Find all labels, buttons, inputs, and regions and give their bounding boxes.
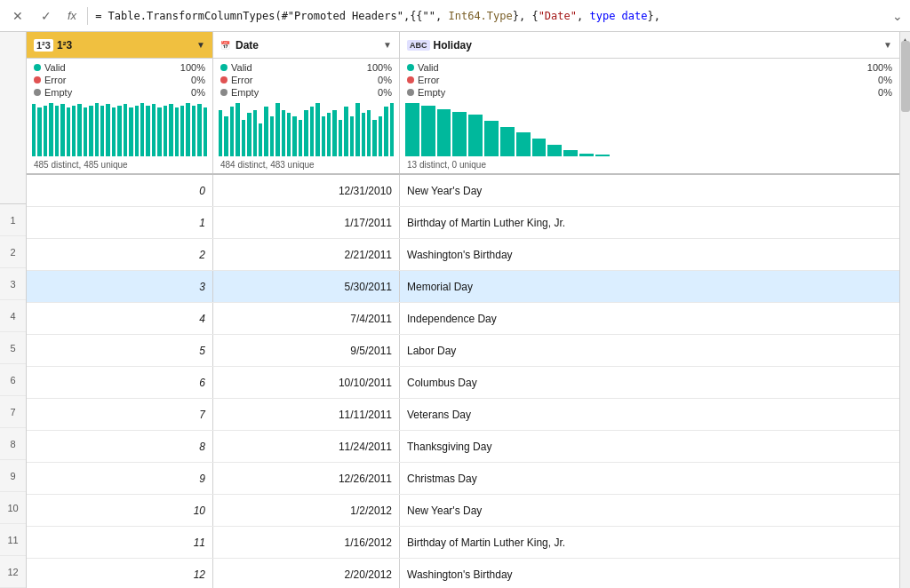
- formula-bar: ✕ ✓ fx = Table.TransformColumnTypes(#"Pr…: [0, 0, 910, 32]
- bar: [112, 107, 116, 156]
- col2-barchart: [217, 103, 395, 156]
- main-content: 123456789101112131415 1²3 1²3 ▼ Valid100…: [0, 32, 910, 588]
- col1-dropdown-icon[interactable]: ▼: [196, 40, 205, 50]
- close-icon[interactable]: ✕: [7, 5, 28, 27]
- bar: [304, 110, 307, 157]
- bar: [327, 113, 331, 156]
- data-rows-container: 012/31/2010New Year's Day11/17/2011Birth…: [27, 175, 899, 588]
- table-row: 711/11/2011Veterans Day: [27, 399, 899, 431]
- cell-index: 12: [27, 559, 213, 588]
- bar: [32, 104, 36, 156]
- cell-index: 4: [27, 303, 213, 334]
- col3-stats: Valid100% Error0% Empty0%: [400, 59, 899, 101]
- bar: [55, 106, 59, 156]
- formula-separator: [87, 7, 88, 25]
- bar: [344, 107, 347, 156]
- vertical-scrollbar[interactable]: ▲: [899, 32, 910, 588]
- cell-index: 10: [27, 495, 213, 526]
- col1-header[interactable]: 1²3 1²3 ▼: [27, 32, 212, 59]
- bar: [37, 107, 41, 156]
- formula-text[interactable]: = Table.TransformColumnTypes(#"Promoted …: [95, 10, 885, 22]
- cell-date: 2/20/2012: [213, 559, 400, 588]
- bar: [164, 106, 167, 156]
- bar: [452, 112, 467, 156]
- table-row: 101/2/2012New Year's Day: [27, 495, 899, 527]
- cell-index: 5: [27, 335, 213, 366]
- table-row: 35/30/2011Memorial Day: [27, 271, 899, 303]
- cell-date: 12/31/2010: [213, 175, 400, 206]
- cell-holiday: Christmas Day: [400, 463, 899, 494]
- bar: [197, 104, 201, 156]
- bar: [282, 110, 285, 157]
- table-row: 912/26/2011Christmas Day: [27, 463, 899, 495]
- table-row: 11/17/2011Birthday of Martin Luther King…: [27, 207, 899, 239]
- bar: [292, 116, 296, 156]
- cell-index: 6: [27, 367, 213, 398]
- row-number: 6: [0, 364, 26, 396]
- cell-holiday: Washington's Birthday: [400, 559, 899, 588]
- col1-barchart: [30, 103, 209, 156]
- bar: [72, 106, 76, 156]
- bar: [135, 106, 139, 156]
- row-num-header-spacer: [0, 32, 26, 204]
- bar: [49, 103, 52, 156]
- bar: [175, 107, 179, 156]
- row-number: 7: [0, 396, 26, 428]
- cell-index: 1: [27, 207, 213, 238]
- col1-profile: 1²3 1²3 ▼ Valid100% Error0% Empty0% 485 …: [27, 32, 213, 173]
- bar: [124, 104, 127, 156]
- bar: [117, 106, 121, 156]
- col3-dropdown-icon[interactable]: ▼: [883, 40, 892, 50]
- row-number: 12: [0, 556, 26, 588]
- col3-header[interactable]: ABC Holiday ▼: [400, 32, 899, 59]
- bar: [152, 104, 156, 156]
- cell-date: 11/24/2011: [213, 431, 400, 462]
- bar: [275, 103, 279, 156]
- col2-dropdown-icon[interactable]: ▼: [383, 40, 392, 50]
- col2-header[interactable]: 📅 Date ▼: [213, 32, 399, 59]
- expand-icon[interactable]: ⌄: [892, 9, 903, 23]
- cell-holiday: Independence Day: [400, 303, 899, 334]
- cell-date: 7/4/2011: [213, 303, 400, 334]
- bar: [379, 116, 382, 156]
- bar: [468, 115, 483, 156]
- table-row: 22/21/2011Washington's Birthday: [27, 239, 899, 271]
- cell-holiday: Thanksgiving Day: [400, 431, 899, 462]
- cell-index: 9: [27, 463, 213, 494]
- col1-footer: 485 distinct, 485 unique: [27, 160, 212, 173]
- cell-holiday: Washington's Birthday: [400, 239, 899, 270]
- col2-type-icon: 📅: [220, 41, 230, 50]
- col1-label: 1²3: [57, 39, 193, 52]
- bar: [224, 116, 228, 156]
- col3-label: Holiday: [434, 39, 881, 52]
- bar: [89, 106, 92, 156]
- table-area: 1²3 1²3 ▼ Valid100% Error0% Empty0% 485 …: [27, 32, 899, 588]
- bar: [579, 154, 594, 156]
- bar: [287, 113, 291, 156]
- bar: [516, 132, 531, 156]
- col1-type-icon: 1²3: [34, 39, 53, 52]
- bar: [384, 107, 387, 156]
- row-number: 11: [0, 524, 26, 556]
- bar: [192, 106, 196, 156]
- col2-profile: 📅 Date ▼ Valid100% Error0% Empty0% 484 d…: [213, 32, 400, 173]
- cell-holiday: Birthday of Martin Luther King, Jr.: [400, 527, 899, 558]
- bar: [100, 106, 104, 156]
- bar: [355, 103, 359, 156]
- bar: [140, 103, 144, 156]
- cell-holiday: Memorial Day: [400, 271, 899, 302]
- cell-holiday: Columbus Day: [400, 367, 899, 398]
- row-number: 10: [0, 492, 26, 524]
- scroll-thumb[interactable]: [901, 41, 910, 112]
- col2-footer: 484 distinct, 483 unique: [213, 160, 399, 173]
- bar: [169, 104, 172, 156]
- cell-date: 1/2/2012: [213, 495, 400, 526]
- check-icon[interactable]: ✓: [36, 5, 57, 27]
- bar: [270, 116, 274, 156]
- col3-type-icon: ABC: [407, 40, 430, 51]
- table-row: 111/16/2012Birthday of Martin Luther Kin…: [27, 527, 899, 559]
- table-row: 122/20/2012Washington's Birthday: [27, 559, 899, 588]
- bar: [350, 116, 354, 156]
- bar: [230, 107, 234, 156]
- cell-holiday: Birthday of Martin Luther King, Jr.: [400, 207, 899, 238]
